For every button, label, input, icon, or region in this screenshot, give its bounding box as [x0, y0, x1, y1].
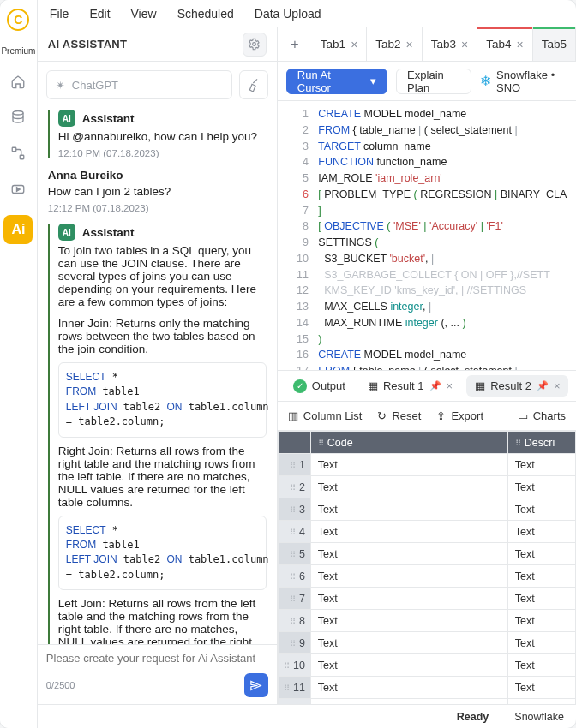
label: Export — [451, 409, 483, 422]
media-icon[interactable] — [8, 179, 28, 200]
cell-code[interactable]: Text — [310, 588, 507, 610]
premium-label: Premium — [1, 46, 35, 56]
editor-tab-1[interactable]: Tab1× — [312, 27, 367, 61]
ai-provider-selector[interactable]: ✴︎ ChatGPT — [46, 70, 232, 99]
assistant-msg-1-time: 12:10 PM (07.18.2023) — [58, 148, 267, 158]
assistant-badge-icon: Ai — [58, 110, 75, 127]
pin-icon[interactable]: 📌 — [537, 380, 549, 391]
cell-code[interactable]: Text — [310, 610, 507, 632]
cell-code[interactable]: Text — [310, 476, 507, 498]
cell-description[interactable]: Text — [507, 498, 575, 521]
ai-assistant-icon[interactable]: Ai — [3, 215, 33, 244]
close-icon[interactable]: × — [554, 379, 561, 392]
cell-code[interactable]: Text — [310, 521, 507, 543]
cell-description[interactable]: Text — [507, 632, 575, 654]
clear-chat-button[interactable] — [239, 70, 268, 99]
reset-icon: ↻ — [377, 409, 387, 422]
close-icon[interactable]: × — [447, 379, 453, 392]
run-label: Run At Cursor — [297, 69, 354, 94]
reset-button[interactable]: ↻Reset — [377, 409, 421, 422]
assistant-name: Assistant — [82, 226, 135, 239]
cell-description[interactable]: Text — [507, 543, 575, 565]
explain-plan-button[interactable]: Explain Plan — [396, 69, 471, 94]
editor-tab-5[interactable]: Tab5 — [533, 27, 576, 61]
cell-code[interactable]: Text — [310, 565, 507, 588]
cell-description[interactable]: Text — [507, 677, 575, 699]
svg-point-4 — [253, 43, 256, 46]
cell-code[interactable]: Text — [310, 632, 507, 654]
cell-description[interactable]: Text — [507, 565, 575, 588]
editor-tab-3[interactable]: Tab3× — [423, 27, 477, 61]
chevron-down-icon[interactable]: ▾ — [363, 75, 376, 87]
menu-edit[interactable]: Edit — [89, 7, 110, 21]
assistant-badge-icon: Ai — [58, 224, 75, 241]
results-grid[interactable]: ⠿Code ⠿Descri ⠿1 Text Text⠿2 Text Text⠿3… — [278, 431, 576, 704]
schema-icon[interactable] — [8, 143, 28, 164]
svg-point-0 — [13, 111, 23, 116]
assistant-name: Assistant — [82, 112, 135, 125]
database-icon[interactable] — [8, 107, 28, 128]
export-button[interactable]: ⇪Export — [436, 409, 483, 422]
menu-scheduled[interactable]: Scheduled — [177, 7, 234, 21]
result-1-tab[interactable]: ▦Result 1📌× — [359, 375, 461, 397]
cell-description[interactable]: Text — [507, 476, 575, 498]
grip-icon: ⠿ — [515, 439, 525, 448]
compose-input[interactable] — [46, 652, 268, 665]
status-db: Snowflake — [514, 711, 564, 723]
row-number: ⠿1 — [278, 454, 310, 476]
cell-description[interactable]: Text — [507, 454, 575, 476]
close-icon[interactable]: × — [461, 38, 468, 51]
charts-icon: ▭ — [518, 409, 528, 422]
close-icon[interactable]: × — [351, 38, 357, 51]
editor-tab-2[interactable]: Tab2× — [367, 27, 422, 61]
user-msg-1-time: 12:12 PM (07.18.2023) — [48, 203, 267, 213]
sql-editor[interactable]: 1 2 3 4 5 6 7 8 9 10 11 12 13 14 15 16 1… — [278, 101, 576, 370]
new-tab-button[interactable]: + — [278, 27, 312, 61]
row-number: ⠿9 — [278, 632, 310, 654]
output-tab[interactable]: ✓Output — [285, 375, 354, 397]
menu-file[interactable]: File — [50, 7, 69, 21]
col-header-code[interactable]: ⠿Code — [310, 432, 507, 454]
snowflake-icon: ❄ — [480, 73, 491, 89]
cell-description[interactable]: Text — [507, 654, 575, 677]
ai-settings-button[interactable] — [243, 33, 267, 57]
cell-code[interactable]: Text — [310, 454, 507, 476]
result-2-tab[interactable]: ▦Result 2📌× — [466, 375, 568, 397]
export-icon: ⇪ — [436, 409, 446, 422]
charts-button[interactable]: ▭Charts — [518, 409, 566, 422]
cell-code[interactable]: Text — [310, 677, 507, 699]
home-icon[interactable] — [8, 71, 28, 92]
menu-view[interactable]: View — [131, 7, 157, 21]
column-list-button[interactable]: ▥Column List — [288, 409, 363, 422]
cell-description[interactable]: Text — [507, 588, 575, 610]
tab-label: Tab4 — [486, 38, 511, 51]
label: Charts — [533, 409, 566, 422]
close-icon[interactable]: × — [517, 38, 524, 51]
send-button[interactable] — [244, 673, 268, 697]
pin-icon[interactable]: 📌 — [429, 380, 441, 391]
tab-label: Tab1 — [321, 38, 345, 51]
user-msg-1: How can I join 2 tables? — [48, 185, 267, 198]
close-icon[interactable]: × — [406, 38, 413, 51]
columns-icon: ▥ — [288, 409, 298, 422]
row-number: ⠿6 — [278, 565, 310, 588]
col-label: Descri — [525, 437, 555, 449]
row-number: ⠿11 — [278, 677, 310, 699]
label: Column List — [303, 409, 363, 422]
tab-label: Result 2 — [490, 379, 531, 392]
col-header-description[interactable]: ⠿Descri — [507, 432, 575, 454]
connection-label: Snowflake • SNO — [496, 69, 567, 94]
row-number: ⠿8 — [278, 610, 310, 632]
cell-description[interactable]: Text — [507, 610, 575, 632]
connection-selector[interactable]: ❄Snowflake • SNO — [480, 69, 567, 94]
cell-code[interactable]: Text — [310, 498, 507, 521]
cell-code[interactable]: Text — [310, 654, 507, 677]
run-at-cursor-button[interactable]: Run At Cursor▾ — [286, 69, 387, 94]
menu-data-upload[interactable]: Data Upload — [255, 7, 321, 21]
editor-tab-4[interactable]: Tab4× — [477, 27, 532, 61]
cell-code[interactable]: Text — [310, 543, 507, 565]
user-name: Anna Bureiko — [48, 169, 123, 182]
cell-description[interactable]: Text — [507, 521, 575, 543]
app-logo[interactable]: C — [7, 9, 29, 31]
tab-label: Result 1 — [383, 379, 424, 392]
